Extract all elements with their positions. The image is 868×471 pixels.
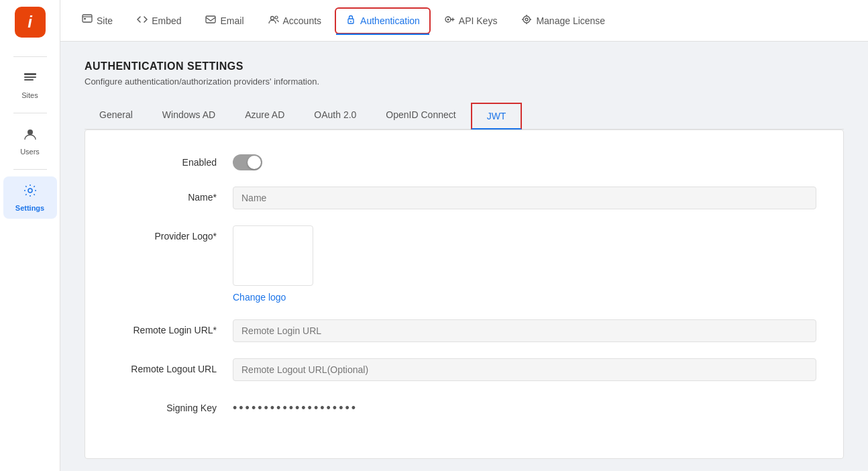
svg-point-8 <box>270 16 274 19</box>
nav-api-keys[interactable]: API Keys <box>433 7 508 34</box>
enabled-toggle[interactable] <box>233 154 262 170</box>
nav-site[interactable]: Site <box>71 7 123 34</box>
svg-rect-1 <box>24 76 36 78</box>
nav-embed[interactable]: Embed <box>126 7 192 34</box>
svg-point-13 <box>447 18 449 20</box>
provider-logo-control: Change logo <box>233 225 816 303</box>
page-title: AUTHENTICATION SETTINGS <box>85 60 844 72</box>
sidebar-item-settings-label: Settings <box>15 204 44 212</box>
subtabs: General Windows AD Azure AD OAuth 2.0 Op… <box>85 103 844 129</box>
main-area: Site Embed Email <box>60 0 868 471</box>
svg-rect-7 <box>206 16 215 23</box>
remote-logout-url-label: Remote Logout URL <box>112 358 233 374</box>
remote-logout-url-input[interactable] <box>233 358 816 381</box>
change-logo-button[interactable]: Change logo <box>233 292 286 303</box>
nav-email-label: Email <box>220 15 243 26</box>
form-row-remote-logout-url: Remote Logout URL <box>112 358 816 381</box>
sidebar-item-users-label: Users <box>20 148 40 156</box>
content-area: AUTHENTICATION SETTINGS Configure authen… <box>60 42 868 471</box>
manage-license-icon <box>521 14 532 28</box>
sidebar-divider-top <box>13 56 47 57</box>
nav-embed-label: Embed <box>152 15 181 26</box>
form-row-enabled: Enabled <box>112 152 816 170</box>
subtab-windows-ad[interactable]: Windows AD <box>148 103 230 129</box>
sites-icon <box>23 70 38 89</box>
nav-authentication[interactable]: Authentication <box>335 7 431 34</box>
sidebar: i Sites Users Setting <box>0 0 60 471</box>
name-label: Name* <box>112 187 233 203</box>
svg-rect-6 <box>84 18 86 19</box>
nav-api-keys-label: API Keys <box>459 15 498 26</box>
sidebar-divider-mid <box>13 113 47 113</box>
accounts-icon <box>268 14 279 28</box>
sidebar-item-sites[interactable]: Sites <box>3 64 57 106</box>
svg-point-4 <box>28 189 32 193</box>
svg-rect-2 <box>24 79 34 81</box>
svg-rect-0 <box>24 73 36 75</box>
sidebar-item-users[interactable]: Users <box>3 120 57 162</box>
form-row-provider-logo: Provider Logo* Change logo <box>112 225 816 303</box>
nav-manage-license[interactable]: Manage License <box>510 7 616 34</box>
app-logo: i <box>15 7 46 38</box>
topnav: Site Embed Email <box>60 0 868 42</box>
form-row-signing-key: Signing Key •••••••••••••••••••• <box>112 397 816 415</box>
nav-accounts[interactable]: Accounts <box>258 7 333 34</box>
nav-email[interactable]: Email <box>195 7 254 34</box>
logo-upload-box <box>233 225 313 286</box>
remote-login-url-label: Remote Login URL* <box>112 319 233 335</box>
subtab-oauth2[interactable]: OAuth 2.0 <box>299 103 371 129</box>
signing-key-label: Signing Key <box>112 397 233 413</box>
remote-logout-url-control <box>233 358 816 381</box>
subtab-openid-connect[interactable]: OpenID Connect <box>371 103 470 129</box>
enabled-label: Enabled <box>112 152 233 168</box>
sidebar-item-sites-label: Sites <box>21 91 38 99</box>
settings-icon <box>23 183 38 201</box>
form-panel: Enabled Name* Provider Logo* Change logo <box>85 129 844 459</box>
signing-key-control: •••••••••••••••••••• <box>233 397 816 415</box>
enabled-control <box>233 152 816 170</box>
svg-point-3 <box>28 129 33 135</box>
page-subtitle: Configure authentication/authorization p… <box>85 76 844 87</box>
subtab-jwt[interactable]: JWT <box>471 103 523 129</box>
remote-login-url-input[interactable] <box>233 319 816 342</box>
email-icon <box>205 14 216 28</box>
svg-point-9 <box>275 16 278 19</box>
provider-logo-label: Provider Logo* <box>112 225 233 242</box>
subtab-azure-ad[interactable]: Azure AD <box>230 103 299 129</box>
nav-site-label: Site <box>97 15 113 26</box>
nav-accounts-label: Accounts <box>283 15 322 26</box>
svg-point-11 <box>350 21 351 22</box>
signing-key-value: •••••••••••••••••••• <box>233 397 816 415</box>
api-keys-icon <box>444 14 455 28</box>
svg-point-15 <box>525 18 528 21</box>
site-icon <box>82 14 93 28</box>
sidebar-divider-bot <box>13 169 47 170</box>
sidebar-item-settings[interactable]: Settings <box>3 176 57 219</box>
form-row-remote-login-url: Remote Login URL* <box>112 319 816 342</box>
subtab-general[interactable]: General <box>85 103 148 129</box>
svg-point-14 <box>523 16 530 23</box>
embed-icon <box>137 14 148 28</box>
name-control <box>233 187 816 209</box>
form-row-name: Name* <box>112 187 816 209</box>
nav-manage-license-label: Manage License <box>536 15 605 26</box>
remote-login-url-control <box>233 319 816 342</box>
logo-text: i <box>28 13 32 32</box>
nav-authentication-label: Authentication <box>360 15 420 26</box>
name-input[interactable] <box>233 187 816 209</box>
users-icon <box>23 127 38 145</box>
authentication-icon <box>345 14 356 28</box>
